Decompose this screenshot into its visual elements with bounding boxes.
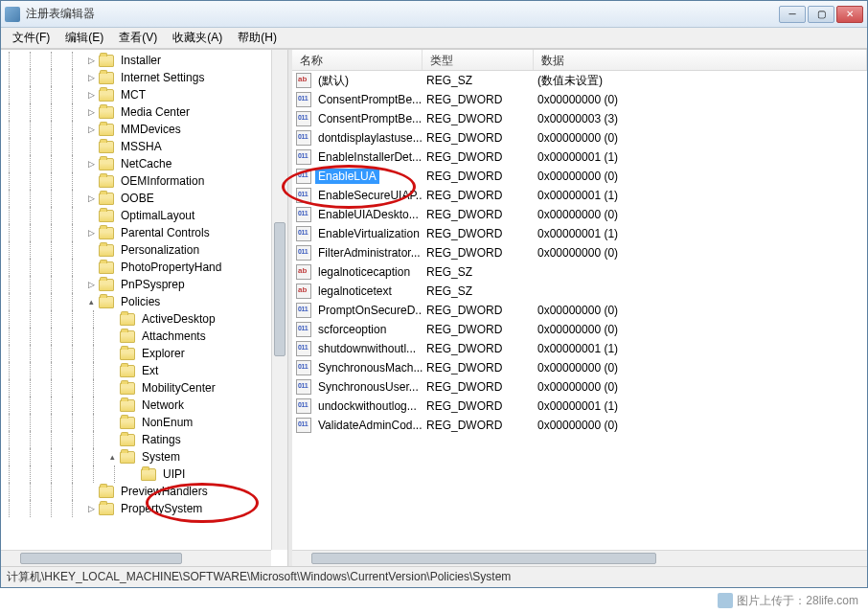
- tree-node[interactable]: ▷Internet Settings: [1, 69, 287, 86]
- status-path: 计算机\HKEY_LOCAL_MACHINE\SOFTWARE\Microsof…: [7, 569, 511, 585]
- tree-node[interactable]: ▷Parental Controls: [1, 224, 287, 241]
- tree-node[interactable]: OptimalLayout: [1, 207, 287, 224]
- list-row[interactable]: FilterAdministrator...REG_DWORD0x0000000…: [292, 243, 867, 262]
- tree-node[interactable]: OEMInformation: [1, 172, 287, 190]
- tree-node[interactable]: Network: [1, 397, 287, 414]
- list-row[interactable]: ConsentPromptBe...REG_DWORD0x00000003 (3…: [292, 109, 867, 128]
- tree-node[interactable]: ▷NetCache: [1, 155, 287, 172]
- column-name[interactable]: 名称: [292, 50, 423, 70]
- tree-node[interactable]: UIPI: [1, 465, 287, 483]
- list-hscrollbar-thumb[interactable]: [311, 553, 656, 564]
- tree-hscrollbar[interactable]: [1, 550, 271, 566]
- menu-view[interactable]: 查看(V): [111, 28, 165, 48]
- list-panel[interactable]: 名称 类型 数据 (默认)REG_SZ(数值未设置)ConsentPromptB…: [292, 50, 867, 566]
- list-row[interactable]: PromptOnSecureD...REG_DWORD0x00000000 (0…: [292, 301, 867, 320]
- tree-expander-icon[interactable]: ▷: [85, 124, 97, 135]
- column-data[interactable]: 数据: [534, 50, 867, 70]
- list-row[interactable]: EnableVirtualizationREG_DWORD0x00000001 …: [292, 224, 867, 243]
- tree-node[interactable]: ▷PropertySystem: [1, 500, 287, 517]
- tree-node[interactable]: ActiveDesktop: [1, 310, 287, 328]
- reg-dword-icon: [296, 379, 311, 395]
- tree-node[interactable]: PreviewHandlers: [1, 483, 287, 500]
- maximize-button[interactable]: ▢: [808, 6, 834, 23]
- folder-icon: [120, 451, 135, 464]
- tree-scrollbar-thumb[interactable]: [274, 222, 286, 356]
- list-row[interactable]: EnableUIADeskto...REG_DWORD0x00000000 (0…: [292, 205, 867, 224]
- value-type: REG_SZ: [423, 264, 534, 280]
- list-row[interactable]: legalnoticecaptionREG_SZ: [292, 262, 867, 282]
- tree-expander-icon[interactable]: ▷: [85, 106, 97, 118]
- list-row[interactable]: legalnoticetextREG_SZ: [292, 282, 867, 301]
- tree-node-label: Explorer: [139, 346, 188, 361]
- tree-expander-icon[interactable]: ▷: [85, 89, 97, 101]
- list-row[interactable]: EnableLUAREG_DWORD0x00000000 (0): [292, 167, 867, 186]
- menu-edit[interactable]: 编辑(E): [57, 28, 111, 48]
- tree-expander-icon[interactable]: ▷: [85, 503, 97, 514]
- watermark-text: 图片上传于：28life.com: [737, 593, 858, 609]
- reg-sz-icon: [296, 284, 311, 299]
- list-hscrollbar[interactable]: [292, 550, 867, 566]
- reg-sz-icon: [296, 264, 311, 280]
- tree-expander-icon[interactable]: ▷: [85, 55, 97, 66]
- tree-node[interactable]: ▷OOBE: [1, 190, 287, 207]
- tree-node[interactable]: Personalization: [1, 241, 287, 259]
- tree-node[interactable]: Explorer: [1, 345, 287, 362]
- list-row[interactable]: dontdisplaylastuse...REG_DWORD0x00000000…: [292, 128, 867, 148]
- folder-icon: [120, 382, 135, 395]
- tree-node[interactable]: ▴System: [1, 448, 287, 465]
- tree-expander-icon[interactable]: ▷: [85, 72, 97, 83]
- tree-node-label: MMDevices: [118, 122, 184, 137]
- tree-node[interactable]: PhotoPropertyHand: [1, 259, 287, 276]
- reg-dword-icon: [296, 398, 311, 414]
- tree-node[interactable]: Attachments: [1, 328, 287, 345]
- tree-node[interactable]: Ratings: [1, 431, 287, 448]
- tree-node[interactable]: ▷MCT: [1, 86, 287, 103]
- tree-node[interactable]: MSSHA: [1, 138, 287, 155]
- tree-node[interactable]: MobilityCenter: [1, 379, 287, 397]
- column-type[interactable]: 类型: [423, 50, 534, 70]
- list-row[interactable]: undockwithoutlog...REG_DWORD0x00000001 (…: [292, 397, 867, 416]
- value-data: 0x00000000 (0): [534, 322, 867, 337]
- list-row[interactable]: EnableInstallerDet...REG_DWORD0x00000001…: [292, 148, 867, 167]
- tree-node[interactable]: NonEnum: [1, 414, 287, 431]
- tree-scrollbar[interactable]: [271, 50, 287, 550]
- list-row[interactable]: SynchronousMach...REG_DWORD0x00000000 (0…: [292, 358, 867, 377]
- list-row[interactable]: scforceoptionREG_DWORD0x00000000 (0): [292, 320, 867, 339]
- tree-expander-icon[interactable]: ▴: [85, 296, 97, 307]
- folder-icon: [99, 296, 114, 308]
- menu-favorites[interactable]: 收藏夹(A): [165, 28, 230, 48]
- folder-icon: [99, 261, 114, 274]
- list-row[interactable]: SynchronousUser...REG_DWORD0x00000000 (0…: [292, 377, 867, 397]
- tree-node[interactable]: ▷Media Center: [1, 103, 287, 121]
- tree-node[interactable]: ▷MMDevices: [1, 121, 287, 138]
- list-row[interactable]: EnableSecureUIAP...REG_DWORD0x00000001 (…: [292, 186, 867, 205]
- tree-node-label: Media Center: [118, 104, 193, 120]
- tree-node[interactable]: ▷Installer: [1, 52, 287, 69]
- tree-node-label: System: [139, 449, 183, 465]
- menu-help[interactable]: 帮助(H): [230, 28, 285, 48]
- tree-node[interactable]: Ext: [1, 362, 287, 379]
- value-type: REG_DWORD: [423, 245, 534, 261]
- tree-panel[interactable]: ▷Installer▷Internet Settings▷MCT▷Media C…: [1, 50, 288, 566]
- tree-node[interactable]: ▷PnPSysprep: [1, 276, 287, 293]
- titlebar[interactable]: 注册表编辑器 ─ ▢ ✕: [1, 1, 867, 28]
- tree-expander-icon[interactable]: ▷: [85, 193, 97, 204]
- value-name: EnableUIADeskto...: [315, 207, 422, 222]
- minimize-button[interactable]: ─: [779, 6, 806, 23]
- value-data: 0x00000001 (1): [534, 341, 867, 356]
- list-row[interactable]: (默认)REG_SZ(数值未设置): [292, 71, 867, 90]
- value-data: (数值未设置): [534, 72, 867, 90]
- value-type: REG_DWORD: [423, 398, 534, 414]
- tree-expander-icon[interactable]: ▷: [85, 158, 97, 170]
- tree-node[interactable]: ▴Policies: [1, 293, 287, 310]
- tree-expander-icon[interactable]: ▷: [85, 279, 97, 290]
- menu-file[interactable]: 文件(F): [5, 28, 57, 48]
- tree-expander-icon[interactable]: ▴: [106, 451, 118, 463]
- list-row[interactable]: shutdownwithoutl...REG_DWORD0x00000001 (…: [292, 339, 867, 358]
- value-name: dontdisplaylastuse...: [315, 130, 423, 146]
- list-row[interactable]: ConsentPromptBe...REG_DWORD0x00000000 (0…: [292, 90, 867, 109]
- close-button[interactable]: ✕: [836, 6, 863, 23]
- list-row[interactable]: ValidateAdminCod...REG_DWORD0x00000000 (…: [292, 416, 867, 435]
- tree-expander-icon[interactable]: ▷: [85, 227, 97, 238]
- tree-hscrollbar-thumb[interactable]: [20, 553, 182, 564]
